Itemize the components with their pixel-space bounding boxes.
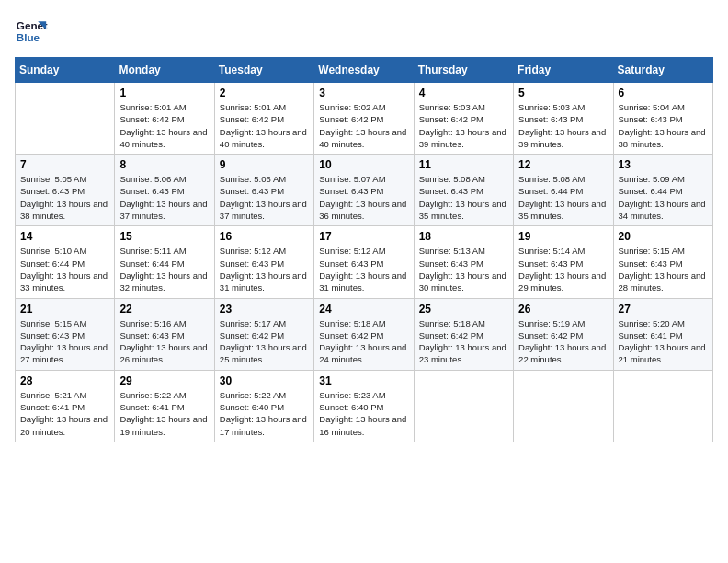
calendar-table: SundayMondayTuesdayWednesdayThursdayFrid… xyxy=(15,57,713,442)
calendar-cell: 14Sunrise: 5:10 AMSunset: 6:44 PMDayligh… xyxy=(16,226,115,298)
calendar-cell xyxy=(613,370,712,442)
logo-icon: General Blue xyxy=(15,15,48,48)
calendar-week-row: 21Sunrise: 5:15 AMSunset: 6:43 PMDayligh… xyxy=(16,298,713,370)
day-number: 1 xyxy=(119,86,209,99)
cell-content: Sunrise: 5:09 AMSunset: 6:44 PMDaylight:… xyxy=(619,173,708,222)
day-number: 4 xyxy=(419,86,508,99)
day-number: 24 xyxy=(319,303,408,316)
calendar-cell: 1Sunrise: 5:01 AMSunset: 6:42 PMDaylight… xyxy=(115,83,214,155)
calendar-cell: 8Sunrise: 5:06 AMSunset: 6:43 PMDaylight… xyxy=(115,155,214,226)
calendar-week-row: 28Sunrise: 5:21 AMSunset: 6:41 PMDayligh… xyxy=(16,370,713,442)
calendar-cell: 7Sunrise: 5:05 AMSunset: 6:43 PMDaylight… xyxy=(16,155,115,226)
day-number: 12 xyxy=(518,158,608,171)
cell-content: Sunrise: 5:15 AMSunset: 6:43 PMDaylight:… xyxy=(20,317,109,366)
day-number: 29 xyxy=(119,374,209,387)
cell-content: Sunrise: 5:15 AMSunset: 6:43 PMDaylight:… xyxy=(619,245,708,293)
day-number: 14 xyxy=(20,230,109,243)
page-header: General Blue xyxy=(15,15,713,48)
cell-content: Sunrise: 5:12 AMSunset: 6:43 PMDaylight:… xyxy=(319,245,408,293)
day-number: 11 xyxy=(419,158,508,171)
calendar-week-row: 1Sunrise: 5:01 AMSunset: 6:42 PMDaylight… xyxy=(16,83,713,155)
day-number: 17 xyxy=(319,230,408,243)
day-number: 3 xyxy=(319,86,408,99)
cell-content: Sunrise: 5:22 AMSunset: 6:40 PMDaylight:… xyxy=(220,389,309,438)
day-number: 13 xyxy=(619,158,708,171)
calendar-week-row: 14Sunrise: 5:10 AMSunset: 6:44 PMDayligh… xyxy=(16,226,713,298)
calendar-cell: 16Sunrise: 5:12 AMSunset: 6:43 PMDayligh… xyxy=(214,226,313,298)
weekday-header-cell: Wednesday xyxy=(314,58,414,83)
cell-content: Sunrise: 5:14 AMSunset: 6:43 PMDaylight:… xyxy=(518,245,608,293)
calendar-cell: 15Sunrise: 5:11 AMSunset: 6:44 PMDayligh… xyxy=(115,226,214,298)
cell-content: Sunrise: 5:18 AMSunset: 6:42 PMDaylight:… xyxy=(419,317,508,366)
calendar-cell: 10Sunrise: 5:07 AMSunset: 6:43 PMDayligh… xyxy=(314,155,414,226)
weekday-header-cell: Friday xyxy=(514,58,613,83)
calendar-cell: 6Sunrise: 5:04 AMSunset: 6:43 PMDaylight… xyxy=(613,83,712,155)
calendar-cell xyxy=(414,370,513,442)
cell-content: Sunrise: 5:13 AMSunset: 6:43 PMDaylight:… xyxy=(419,245,508,293)
cell-content: Sunrise: 5:04 AMSunset: 6:43 PMDaylight:… xyxy=(619,101,708,150)
calendar-cell: 21Sunrise: 5:15 AMSunset: 6:43 PMDayligh… xyxy=(16,298,115,370)
cell-content: Sunrise: 5:08 AMSunset: 6:43 PMDaylight:… xyxy=(419,173,508,222)
cell-content: Sunrise: 5:05 AMSunset: 6:43 PMDaylight:… xyxy=(20,173,109,222)
day-number: 16 xyxy=(220,230,309,243)
logo: General Blue xyxy=(15,15,48,48)
cell-content: Sunrise: 5:17 AMSunset: 6:42 PMDaylight:… xyxy=(220,317,309,366)
day-number: 7 xyxy=(20,158,109,171)
calendar-cell: 5Sunrise: 5:03 AMSunset: 6:43 PMDaylight… xyxy=(514,83,613,155)
calendar-cell: 30Sunrise: 5:22 AMSunset: 6:40 PMDayligh… xyxy=(214,370,313,442)
day-number: 27 xyxy=(619,303,708,316)
day-number: 18 xyxy=(419,230,508,243)
weekday-header-cell: Thursday xyxy=(414,58,513,83)
calendar-cell: 27Sunrise: 5:20 AMSunset: 6:41 PMDayligh… xyxy=(613,298,712,370)
calendar-week-row: 7Sunrise: 5:05 AMSunset: 6:43 PMDaylight… xyxy=(16,155,713,226)
cell-content: Sunrise: 5:18 AMSunset: 6:42 PMDaylight:… xyxy=(319,317,408,366)
day-number: 20 xyxy=(619,230,708,243)
cell-content: Sunrise: 5:03 AMSunset: 6:43 PMDaylight:… xyxy=(518,101,608,150)
day-number: 10 xyxy=(319,158,408,171)
weekday-header-row: SundayMondayTuesdayWednesdayThursdayFrid… xyxy=(16,58,713,83)
calendar-cell: 12Sunrise: 5:08 AMSunset: 6:44 PMDayligh… xyxy=(514,155,613,226)
cell-content: Sunrise: 5:06 AMSunset: 6:43 PMDaylight:… xyxy=(119,173,209,222)
cell-content: Sunrise: 5:12 AMSunset: 6:43 PMDaylight:… xyxy=(220,245,309,293)
day-number: 22 xyxy=(119,303,209,316)
calendar-cell: 13Sunrise: 5:09 AMSunset: 6:44 PMDayligh… xyxy=(613,155,712,226)
calendar-cell: 4Sunrise: 5:03 AMSunset: 6:42 PMDaylight… xyxy=(414,83,513,155)
cell-content: Sunrise: 5:07 AMSunset: 6:43 PMDaylight:… xyxy=(319,173,408,222)
calendar-cell xyxy=(16,83,115,155)
calendar-cell: 19Sunrise: 5:14 AMSunset: 6:43 PMDayligh… xyxy=(514,226,613,298)
calendar-cell: 28Sunrise: 5:21 AMSunset: 6:41 PMDayligh… xyxy=(16,370,115,442)
cell-content: Sunrise: 5:23 AMSunset: 6:40 PMDaylight:… xyxy=(319,389,408,438)
cell-content: Sunrise: 5:06 AMSunset: 6:43 PMDaylight:… xyxy=(220,173,309,222)
cell-content: Sunrise: 5:21 AMSunset: 6:41 PMDaylight:… xyxy=(20,389,109,438)
cell-content: Sunrise: 5:01 AMSunset: 6:42 PMDaylight:… xyxy=(119,101,209,150)
day-number: 5 xyxy=(518,86,608,99)
calendar-cell: 24Sunrise: 5:18 AMSunset: 6:42 PMDayligh… xyxy=(314,298,414,370)
weekday-header-cell: Tuesday xyxy=(214,58,313,83)
day-number: 8 xyxy=(119,158,209,171)
weekday-header-cell: Monday xyxy=(115,58,214,83)
day-number: 25 xyxy=(419,303,508,316)
day-number: 30 xyxy=(220,374,309,387)
weekday-header-cell: Saturday xyxy=(613,58,712,83)
calendar-cell: 2Sunrise: 5:01 AMSunset: 6:42 PMDaylight… xyxy=(214,83,313,155)
cell-content: Sunrise: 5:08 AMSunset: 6:44 PMDaylight:… xyxy=(518,173,608,222)
calendar-cell: 31Sunrise: 5:23 AMSunset: 6:40 PMDayligh… xyxy=(314,370,414,442)
cell-content: Sunrise: 5:20 AMSunset: 6:41 PMDaylight:… xyxy=(619,317,708,366)
cell-content: Sunrise: 5:10 AMSunset: 6:44 PMDaylight:… xyxy=(20,245,109,293)
calendar-cell: 25Sunrise: 5:18 AMSunset: 6:42 PMDayligh… xyxy=(414,298,513,370)
cell-content: Sunrise: 5:01 AMSunset: 6:42 PMDaylight:… xyxy=(220,101,309,150)
day-number: 6 xyxy=(619,86,708,99)
day-number: 2 xyxy=(220,86,309,99)
day-number: 21 xyxy=(20,303,109,316)
day-number: 26 xyxy=(518,303,608,316)
calendar-cell: 17Sunrise: 5:12 AMSunset: 6:43 PMDayligh… xyxy=(314,226,414,298)
cell-content: Sunrise: 5:16 AMSunset: 6:43 PMDaylight:… xyxy=(119,317,209,366)
cell-content: Sunrise: 5:02 AMSunset: 6:42 PMDaylight:… xyxy=(319,101,408,150)
calendar-cell xyxy=(514,370,613,442)
calendar-cell: 9Sunrise: 5:06 AMSunset: 6:43 PMDaylight… xyxy=(214,155,313,226)
day-number: 23 xyxy=(220,303,309,316)
calendar-cell: 3Sunrise: 5:02 AMSunset: 6:42 PMDaylight… xyxy=(314,83,414,155)
calendar-cell: 20Sunrise: 5:15 AMSunset: 6:43 PMDayligh… xyxy=(613,226,712,298)
cell-content: Sunrise: 5:22 AMSunset: 6:41 PMDaylight:… xyxy=(119,389,209,438)
day-number: 9 xyxy=(220,158,309,171)
